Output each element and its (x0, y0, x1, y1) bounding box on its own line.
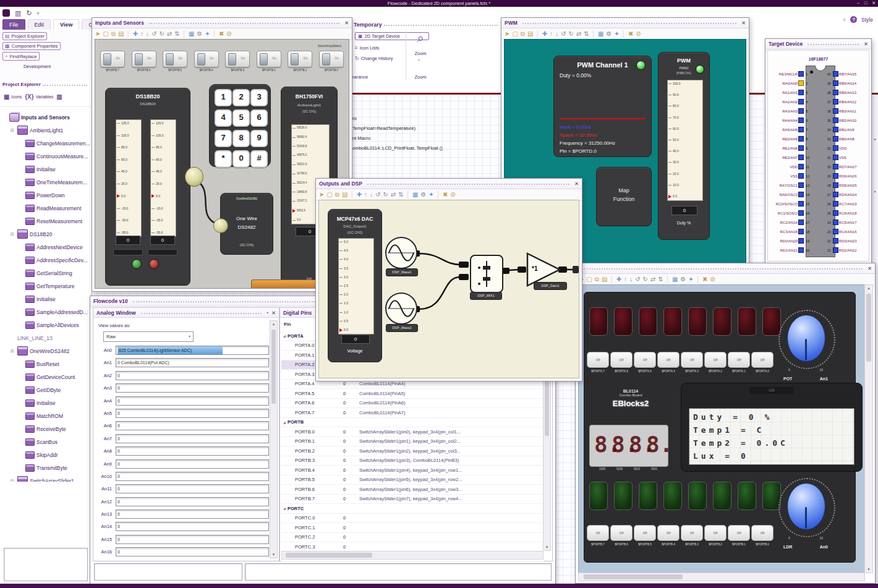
dsp-wave2-component[interactable]: DSP_Wave2 (385, 292, 418, 325)
tree-item[interactable]: ⊟ GetSerialString (0, 266, 92, 279)
pin-pad-left[interactable] (798, 201, 804, 207)
flip-v-icon[interactable]: ⇅ (398, 192, 403, 198)
separator[interactable]: │ (622, 31, 626, 37)
marquee-icon[interactable]: ▢ (586, 276, 592, 283)
separator[interactable]: │ (437, 192, 440, 198)
tree-item[interactable]: ⊟ AddressNextDevice (0, 241, 92, 254)
tree-item[interactable]: ⊟ ReceiveByte (0, 422, 92, 435)
analog-value-input[interactable]: 0 (116, 472, 269, 481)
style-button[interactable]: Style (861, 17, 873, 23)
properties-icon[interactable]: ⚙ (197, 31, 202, 37)
tree-item[interactable]: ⊟ ReadMeasurement (0, 202, 92, 215)
toggle-switch[interactable]: On (163, 51, 187, 67)
close-icon[interactable]: ✕ (864, 41, 868, 47)
copy-icon[interactable]: ⧉ (521, 31, 525, 37)
tree-item[interactable]: ⊟ MatchROM (0, 409, 92, 422)
digital-pin-row[interactable]: ◢ PORTB.3 0 SwitchArraySlider1(pin3), Co… (281, 456, 543, 466)
port-push-button[interactable]: Off (751, 352, 774, 368)
pot-knob[interactable] (787, 315, 825, 362)
tree-item[interactable]: ⊟ GetDeviceCount (0, 370, 92, 383)
digital-pin-row[interactable]: ◢ PORTB.5 0 SwitchArraySlider1(pin5), ke… (281, 475, 543, 485)
flip-v-icon[interactable]: ⇅ (174, 31, 179, 37)
expander-icon[interactable]: ⊟ (11, 128, 15, 133)
pin-pad-right[interactable] (833, 173, 838, 179)
analog-value-input[interactable]: 0 (116, 522, 269, 531)
scroll-up-arrow[interactable]: ▲ (270, 322, 277, 326)
expander-icon[interactable]: ⊟ (11, 479, 15, 482)
tree-item[interactable]: ⊟ Initialise (0, 163, 92, 176)
temp-scale-1[interactable]: 125.0105.085.065.045.025.05.0-15.0-35.0-… (116, 119, 142, 237)
onewire-component[interactable]: OneWireDS2482 One Wire DS2482 (I2C CH1) (220, 193, 273, 255)
eblocks-canvas[interactable]: Off $PORTA.7 Off $PORTA.6 Off $PORTA.5 O… (578, 284, 865, 573)
toggle-switch[interactable]: On (132, 51, 156, 67)
pin-pad-left[interactable] (798, 99, 804, 104)
ribbon-tab[interactable]: View (53, 19, 79, 30)
pin-pad-left[interactable] (798, 80, 804, 86)
toggle-switch[interactable]: On (194, 51, 219, 67)
flip-h-icon[interactable]: ⇄ (650, 276, 655, 283)
target-device-titlebar[interactable]: Target Device ✕ (765, 39, 871, 49)
ribbon-button[interactable]: ▤ Project Explorer (2, 32, 47, 40)
delete-icon[interactable]: ✖ (219, 31, 224, 37)
separator[interactable]: │ (696, 276, 700, 283)
maximize-button[interactable]: □ (864, 1, 867, 6)
pin-pad-right[interactable] (833, 80, 838, 86)
outputs-titlebar[interactable]: Outputs and DSP ✕ (316, 179, 582, 189)
wire-ball-connector[interactable] (185, 167, 203, 187)
separator[interactable]: │ (535, 31, 539, 37)
pwm-slider-scale[interactable]: 100.090.080.070.060.050.040.030.020.010.… (667, 80, 703, 201)
rotate-ccw-icon[interactable]: ↺ (561, 31, 566, 37)
voltage-value[interactable]: 0 (341, 334, 370, 344)
tree-item[interactable]: ⊟ ScanBus (0, 435, 92, 448)
tree-item[interactable]: ⊟ ResetMeasurement (0, 215, 92, 228)
switch-lever[interactable] (228, 53, 236, 66)
marquee-icon[interactable]: ▢ (512, 31, 518, 37)
ribbon-view-item[interactable]: ≡ Icon Lists (355, 45, 429, 51)
pwm-slider-value[interactable]: 0 (671, 206, 697, 215)
zoom-icon[interactable]: ⌕ (412, 31, 429, 45)
keypad-key[interactable]: 2 (232, 89, 250, 106)
dsp-wave1-component[interactable]: DSP_Wave1 (385, 236, 418, 270)
analog-value-input[interactable]: 0 (116, 421, 269, 430)
digital-pin-row[interactable]: ◢ PORTB.6 0 SwitchArraySlider1(pin6), ke… (281, 485, 543, 495)
chevron-up-icon[interactable]: ∧ (843, 17, 846, 22)
rotate-cw-icon[interactable]: ↻ (159, 31, 164, 37)
minimize-button[interactable]: – (857, 1, 859, 6)
tree-item[interactable]: ⊟ OneWireDS2482 (0, 344, 92, 357)
separator[interactable]: │ (213, 31, 216, 37)
pin-pad-right[interactable] (833, 145, 838, 151)
wand-icon[interactable]: ✦ (205, 31, 210, 37)
app-icon[interactable] (2, 9, 10, 17)
tree-item[interactable]: ⊟ LINK_LINE_13 (0, 331, 92, 344)
pwm-channel-component[interactable]: PWM Channel 1 Duty = 0.00% Mark = 0.00us… (553, 56, 652, 157)
port-push-button[interactable]: Off (704, 352, 727, 368)
inputs-canvas[interactable]: SwitchArraySlider1 On $PORTB.7 On $PORTB… (95, 39, 349, 289)
lower-icon[interactable]: ↓ (629, 276, 633, 283)
separator[interactable]: │ (610, 276, 613, 283)
close-icon[interactable]: ✕ (574, 181, 579, 187)
pin-icon[interactable]: ▪ (266, 310, 268, 315)
port-push-button[interactable]: Off (587, 525, 609, 541)
flip-v-icon[interactable]: ⇅ (584, 31, 589, 37)
analog-value-input[interactable]: 0 (116, 371, 269, 380)
pin-pad-right[interactable] (833, 164, 838, 169)
pin-pad-left[interactable] (798, 117, 804, 123)
select-icon[interactable]: ➤ (505, 31, 509, 37)
ldr-knob[interactable] (787, 483, 825, 530)
refresh-icon[interactable]: ↻ (26, 10, 32, 17)
explorer-tool[interactable]: ▦ Icons (4, 93, 22, 100)
tree-item[interactable]: ⊟ GetTemperature (0, 279, 92, 292)
group-expander-icon[interactable]: ◢ (281, 506, 288, 510)
pin-pad-right[interactable] (833, 108, 838, 114)
flip-h-icon[interactable]: ⇄ (576, 31, 581, 37)
analog-value-input[interactable]: 0 (116, 497, 269, 506)
keypad-key[interactable]: 9 (250, 130, 268, 147)
close-icon[interactable]: ✕ (271, 310, 276, 316)
tree-item[interactable]: ⊟ ContinuousMeasure... (0, 150, 92, 163)
separator[interactable]: │ (350, 192, 354, 198)
temp-scale-2[interactable]: 125.0105.085.065.045.025.05.0-15.0-35.0-… (150, 119, 176, 237)
delete-all-icon[interactable]: ⊘ (226, 31, 231, 37)
dsp-gain-component[interactable]: *1 DSP_Gain1 (526, 252, 561, 287)
lower-icon[interactable]: ↓ (146, 31, 149, 37)
scroll-down-arrow[interactable]: ▼ (270, 553, 277, 556)
